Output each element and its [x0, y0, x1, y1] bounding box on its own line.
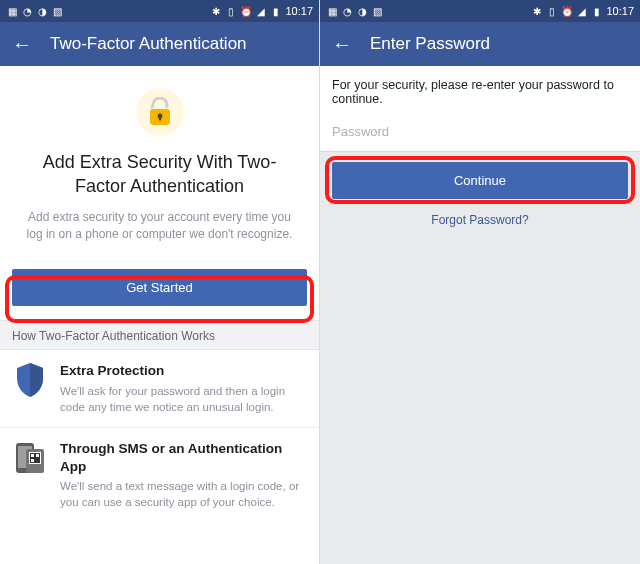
phone-sms-icon: [12, 440, 48, 476]
notif-icon: ▦: [6, 5, 18, 17]
forgot-password-link[interactable]: Forgot Password?: [320, 203, 640, 237]
continue-label: Continue: [454, 173, 506, 188]
app-bar: ← Enter Password: [320, 22, 640, 66]
info-title: Through SMS or an Authentication App: [60, 440, 307, 475]
get-started-button[interactable]: Get Started: [12, 269, 307, 306]
password-input[interactable]: [320, 114, 640, 151]
section-header: How Two-Factor Authentication Works: [0, 320, 319, 350]
notif-icon: ▧: [371, 5, 383, 17]
clock-text: 10:17: [606, 5, 634, 17]
svg-rect-2: [158, 116, 160, 121]
security-message: For your security, please re-enter your …: [320, 66, 640, 114]
info-desc: We'll ask for your password and then a l…: [60, 383, 307, 415]
status-bar: ▦ ◔ ◑ ▧ ✱ ▯ ⏰ ◢ ▮ 10:17: [320, 0, 640, 22]
back-arrow-icon[interactable]: ←: [332, 34, 352, 54]
vibrate-icon: ▯: [225, 5, 237, 17]
lock-icon: [136, 88, 184, 136]
notif-icon: ◔: [21, 5, 33, 17]
continue-button[interactable]: Continue: [332, 162, 628, 199]
content-area: For your security, please re-enter your …: [320, 66, 640, 564]
vibrate-icon: ▯: [546, 5, 558, 17]
info-desc: We'll send a text message with a login c…: [60, 478, 307, 510]
notif-icon: ◑: [36, 5, 48, 17]
signal-icon: ◢: [255, 5, 267, 17]
notif-icon: ▦: [326, 5, 338, 17]
app-bar: ← Two-Factor Authentication: [0, 22, 319, 66]
bluetooth-icon: ✱: [531, 5, 543, 17]
forgot-label: Forgot Password?: [431, 213, 528, 227]
notif-icon: ▧: [51, 5, 63, 17]
info-item-sms-app: Through SMS or an Authentication App We'…: [0, 428, 319, 522]
content-area: Add Extra Security With Two-Factor Authe…: [0, 66, 319, 564]
appbar-title: Enter Password: [370, 34, 490, 54]
svg-rect-10: [31, 459, 34, 462]
hero-section: Add Extra Security With Two-Factor Authe…: [0, 66, 319, 257]
signal-icon: ◢: [576, 5, 588, 17]
shield-icon: [12, 362, 48, 398]
info-title: Extra Protection: [60, 362, 307, 380]
info-item-extra-protection: Extra Protection We'll ask for your pass…: [0, 350, 319, 428]
clock-text: 10:17: [285, 5, 313, 17]
alarm-icon: ⏰: [240, 5, 252, 17]
svg-rect-8: [31, 454, 34, 457]
bluetooth-icon: ✱: [210, 5, 222, 17]
screen-enter-password: ▦ ◔ ◑ ▧ ✱ ▯ ⏰ ◢ ▮ 10:17 ← Enter Password…: [320, 0, 640, 564]
back-arrow-icon[interactable]: ←: [12, 34, 32, 54]
status-bar: ▦ ◔ ◑ ▧ ✱ ▯ ⏰ ◢ ▮ 10:17: [0, 0, 319, 22]
appbar-title: Two-Factor Authentication: [50, 34, 247, 54]
password-card: For your security, please re-enter your …: [320, 66, 640, 152]
notif-icon: ◔: [341, 5, 353, 17]
svg-rect-9: [36, 454, 39, 457]
battery-icon: ▮: [270, 5, 282, 17]
hero-title: Add Extra Security With Two-Factor Authe…: [20, 150, 299, 199]
hero-subtitle: Add extra security to your account every…: [20, 209, 299, 244]
get-started-label: Get Started: [126, 280, 192, 295]
screen-two-factor: ▦ ◔ ◑ ▧ ✱ ▯ ⏰ ◢ ▮ 10:17 ← Two-Factor Aut…: [0, 0, 320, 564]
notif-icon: ◑: [356, 5, 368, 17]
alarm-icon: ⏰: [561, 5, 573, 17]
battery-icon: ▮: [591, 5, 603, 17]
